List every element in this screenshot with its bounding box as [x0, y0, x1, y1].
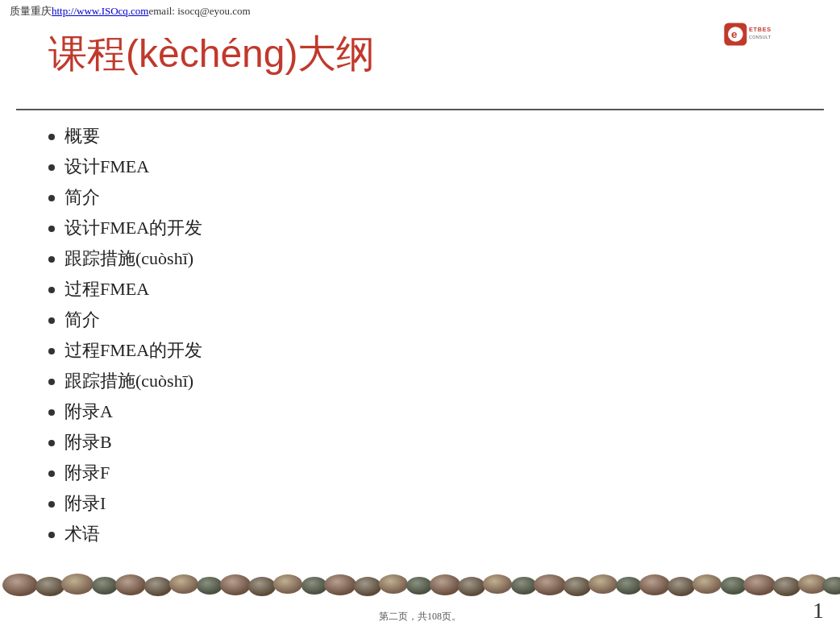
list-item-text: 跟踪措施(cuòshī) [64, 247, 193, 271]
list-item: 过程FMEA [48, 274, 792, 305]
bullet-dot [48, 256, 55, 263]
svg-point-31 [692, 574, 721, 594]
bullet-dot [48, 287, 55, 293]
svg-point-9 [115, 574, 146, 595]
slide: 质量重庆 http://www.ISOcq.com email: isocq@e… [0, 0, 840, 630]
footer-page-info: 第二页，共108页。 [379, 610, 461, 624]
title-section: 课程(kèchéng)大纲 [48, 23, 663, 77]
svg-point-11 [169, 574, 198, 594]
bullet-dot [48, 501, 55, 508]
list-item: 附录A [48, 396, 792, 427]
svg-point-13 [220, 574, 251, 595]
list-item-text: 附录F [64, 461, 110, 485]
svg-point-8 [92, 577, 118, 595]
list-item: 简介 [48, 182, 792, 213]
list-item: 设计FMEA [48, 151, 792, 182]
svg-text:e: e [731, 28, 737, 40]
svg-point-33 [743, 574, 776, 595]
bullet-dot [48, 134, 55, 140]
svg-point-28 [616, 577, 642, 595]
list-item-text: 过程FMEA的开发 [64, 338, 202, 363]
list-item: 跟踪措施(cuòshī) [48, 366, 792, 396]
bullet-dot [48, 164, 55, 171]
svg-point-32 [721, 577, 746, 595]
list-item: 设计FMEA的开发 [48, 213, 792, 243]
svg-text:ETBEST: ETBEST [749, 26, 771, 33]
list-item: 概要 [48, 121, 792, 151]
bullet-dot [48, 348, 55, 354]
svg-point-15 [273, 574, 302, 594]
bullet-dot [48, 195, 55, 201]
content-area: 概要设计FMEA简介设计FMEA的开发跟踪措施(cuòshī)过程FMEA简介过… [48, 121, 792, 557]
svg-point-22 [458, 577, 485, 596]
list-item-text: 术语 [64, 522, 100, 546]
bullet-dot [48, 379, 55, 385]
svg-point-30 [667, 577, 695, 596]
svg-point-20 [406, 577, 432, 595]
bullet-dot [48, 470, 55, 477]
bullet-dot [48, 440, 55, 446]
svg-point-25 [534, 574, 566, 595]
list-item: 过程FMEA的开发 [48, 335, 792, 366]
main-title: 课程(kèchéng)大纲 [48, 23, 663, 77]
logo-area: e ETBEST CONSULTING [671, 8, 824, 73]
footer-page-number: 1 [813, 598, 824, 624]
bullet-dot [48, 532, 55, 538]
list-item-text: 附录B [64, 430, 112, 454]
svg-text:CONSULTING: CONSULTING [749, 35, 771, 39]
bullet-dot [48, 317, 55, 324]
divider [16, 109, 824, 110]
svg-point-10 [144, 577, 172, 596]
list-item-text: 设计FMEA的开发 [64, 216, 202, 240]
svg-point-26 [563, 577, 591, 596]
svg-point-29 [639, 574, 670, 595]
list-item-text: 设计FMEA [64, 155, 149, 179]
svg-point-27 [588, 574, 618, 594]
svg-point-5 [2, 574, 38, 596]
list-item: 简介 [48, 305, 792, 335]
list-item-text: 简介 [64, 308, 100, 332]
bullet-dot [48, 226, 55, 232]
header-prefix: 质量重庆 [10, 4, 52, 19]
stones-bar [0, 556, 840, 598]
bullet-list: 概要设计FMEA简介设计FMEA的开发跟踪措施(cuòshī)过程FMEA简介过… [48, 121, 792, 549]
svg-point-17 [324, 574, 356, 595]
list-item: 附录I [48, 488, 792, 519]
logo-svg: e ETBEST CONSULTING [723, 19, 771, 63]
bullet-dot [48, 409, 55, 416]
list-item: 附录F [48, 458, 792, 488]
list-item: 附录B [48, 427, 792, 458]
list-item-text: 附录A [64, 400, 113, 424]
svg-point-34 [773, 577, 800, 596]
svg-point-6 [35, 577, 64, 596]
svg-point-7 [61, 574, 94, 595]
footer: 第二页，共108页。 [0, 610, 840, 624]
list-item: 跟踪措施(cuòshī) [48, 243, 792, 274]
svg-point-14 [248, 577, 276, 596]
list-item-text: 简介 [64, 185, 100, 209]
stones-svg [0, 556, 840, 598]
svg-point-24 [511, 577, 537, 595]
svg-point-21 [430, 574, 460, 595]
header-link[interactable]: http://www.ISOcq.com [52, 5, 148, 18]
list-item-text: 概要 [64, 124, 100, 148]
svg-point-19 [379, 574, 408, 594]
header-suffix: email: isocq@eyou.com [148, 5, 250, 18]
svg-point-16 [301, 577, 327, 595]
svg-point-23 [483, 574, 512, 594]
list-item-text: 过程FMEA [64, 277, 149, 301]
svg-point-18 [354, 577, 381, 596]
list-item: 术语 [48, 519, 792, 549]
list-item-text: 附录I [64, 491, 106, 516]
svg-point-12 [197, 577, 222, 595]
list-item-text: 跟踪措施(cuòshī) [64, 369, 193, 393]
